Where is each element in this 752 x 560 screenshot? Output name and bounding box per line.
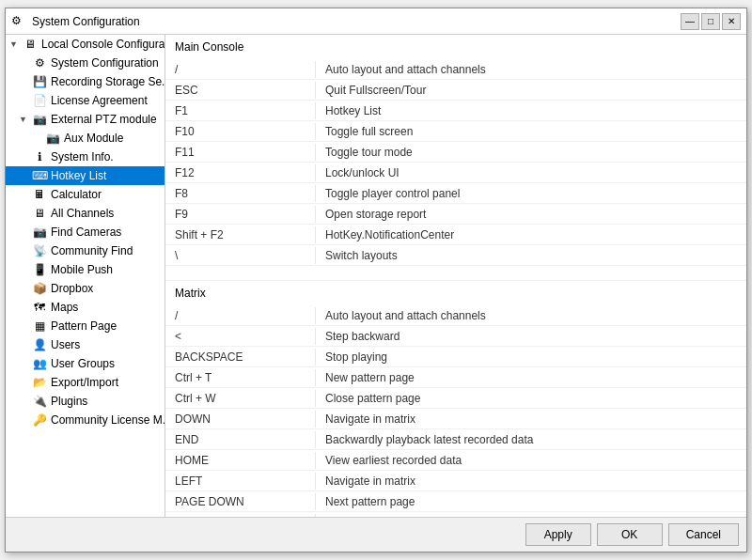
tree-item-label: Export/Import xyxy=(51,376,118,389)
hotkey-key: Ctrl + W xyxy=(165,390,316,407)
title-bar-left: ⚙ System Configuration xyxy=(11,14,140,29)
hotkey-row: ENDBackwardly playback latest recorded d… xyxy=(165,429,746,450)
sidebar-item-aux-module[interactable]: 📷Aux Module xyxy=(6,129,164,148)
hotkey-key: \ xyxy=(165,247,316,264)
tree-item-label: Maps xyxy=(51,301,78,314)
tree-item-label: Calculator xyxy=(51,188,102,201)
sidebar-item-all-channels[interactable]: 🖥All Channels xyxy=(6,204,164,223)
hotkey-key: DOWN xyxy=(165,411,316,428)
tree-item-label: Find Cameras xyxy=(51,226,121,239)
sidebar-item-export-import[interactable]: 📂Export/Import xyxy=(6,373,164,392)
tree-item-icon: 📷 xyxy=(45,131,60,146)
hotkey-row: BACKSPACEStop playing xyxy=(165,347,746,367)
sidebar-item-calculator[interactable]: 🖩Calculator xyxy=(6,185,164,204)
hotkey-description: Stop playing xyxy=(316,349,746,366)
hotkey-row: Ctrl + WClose pattern page xyxy=(165,388,746,409)
hotkey-row: <Step backward xyxy=(165,326,746,347)
sidebar-item-find-cameras[interactable]: 📷Find Cameras xyxy=(6,223,164,241)
sidebar-item-external-ptz[interactable]: ▼📷External PTZ module xyxy=(6,110,164,129)
hotkey-key: F12 xyxy=(165,164,316,181)
hotkey-row: ESCQuit Fullscreen/Tour xyxy=(165,80,746,101)
hotkey-description: Auto layout and attach channels xyxy=(316,307,746,324)
tree-item-label: External PTZ module xyxy=(51,113,157,126)
hotkey-key: F11 xyxy=(165,144,316,161)
tree-item-label: Users xyxy=(51,338,80,351)
hotkey-description: Switch layouts xyxy=(316,247,746,264)
sidebar-item-system-info[interactable]: ℹSystem Info. xyxy=(6,148,164,166)
sidebar-item-license-agreement[interactable]: 📄License Agreement xyxy=(6,91,164,110)
ok-button[interactable]: OK xyxy=(597,523,663,546)
sidebar-item-system-config[interactable]: ⚙System Configuration xyxy=(6,54,164,72)
tree-item-icon: 💾 xyxy=(32,74,47,89)
window-title: System Configuration xyxy=(32,15,140,28)
hotkey-table-container[interactable]: Main Console/Auto layout and attach chan… xyxy=(165,35,746,517)
close-button[interactable]: ✕ xyxy=(722,13,741,30)
hotkey-description: Next pattern page xyxy=(316,493,746,510)
main-window: ⚙ System Configuration — □ ✕ ▼🖥Local Con… xyxy=(5,8,747,552)
sidebar-item-mobile-push[interactable]: 📱Mobile Push xyxy=(6,260,164,279)
sidebar-item-dropbox[interactable]: 📦Dropbox xyxy=(6,279,164,298)
tree-item-label: License Agreement xyxy=(51,94,148,107)
hotkey-key: ESC xyxy=(165,82,316,99)
hotkey-key: F10 xyxy=(165,123,316,140)
expand-icon: ▼ xyxy=(9,39,21,49)
hotkey-key: LEFT xyxy=(165,473,316,490)
main-panel: Main Console/Auto layout and attach chan… xyxy=(165,35,746,517)
cancel-button[interactable]: Cancel xyxy=(668,523,739,546)
expand-icon: ▼ xyxy=(19,115,30,124)
maximize-button[interactable]: □ xyxy=(701,13,720,30)
tree-item-icon: ⚙ xyxy=(32,55,47,70)
hotkey-row: F12Lock/unlock UI xyxy=(165,163,746,183)
tree-item-label: Community Find xyxy=(51,244,133,257)
tree-item-label: Dropbox xyxy=(51,282,93,295)
hotkey-key: END xyxy=(165,431,316,448)
tree-item-icon: ⌨ xyxy=(32,168,47,183)
tree-item-icon: 🖥 xyxy=(32,206,47,221)
content-area: ▼🖥Local Console Configurati...⚙System Co… xyxy=(6,35,746,517)
hotkey-row: /Auto layout and attach channels xyxy=(165,305,746,326)
hotkey-description: Lock/unlock UI xyxy=(316,164,746,181)
sidebar-item-hotkey-list[interactable]: ⌨Hotkey List xyxy=(6,166,164,185)
tree-item-icon: 👤 xyxy=(32,337,47,352)
tree-item-label: All Channels xyxy=(51,207,114,220)
sidebar-item-local-console[interactable]: ▼🖥Local Console Configurati... xyxy=(6,35,164,54)
hotkey-row: F1Hotkey List xyxy=(165,101,746,121)
hotkey-row: \Switch layouts xyxy=(165,245,746,266)
apply-button[interactable]: Apply xyxy=(525,523,591,546)
sidebar-item-community-license[interactable]: 🔑Community License M... xyxy=(6,411,164,429)
window-icon: ⚙ xyxy=(11,14,26,29)
sidebar-item-user-groups[interactable]: 👥User Groups xyxy=(6,354,164,373)
sidebar-item-maps[interactable]: 🗺Maps xyxy=(6,298,164,317)
hotkey-description: Toggle full screen xyxy=(316,123,746,140)
sidebar-item-users[interactable]: 👤Users xyxy=(6,335,164,354)
hotkey-description: Close pattern page xyxy=(316,390,746,407)
hotkey-key: HOME xyxy=(165,452,316,469)
hotkey-key: / xyxy=(165,307,316,324)
tree-item-icon: 🔑 xyxy=(32,412,47,428)
hotkey-row: Shift + F2HotKey.NotificationCenter xyxy=(165,225,746,245)
tree-item-icon: 📷 xyxy=(32,112,47,127)
hotkey-key: BACKSPACE xyxy=(165,349,316,366)
hotkey-description: Backwardly playback latest recorded data xyxy=(316,431,746,448)
tree-item-label: User Groups xyxy=(51,357,115,370)
hotkey-row: DOWNNavigate in matrix xyxy=(165,409,746,429)
tree-item-icon: 🔌 xyxy=(32,394,47,409)
hotkey-key: Shift + F2 xyxy=(165,226,316,243)
sidebar-item-plugins[interactable]: 🔌Plugins xyxy=(6,392,164,411)
sidebar-item-pattern-page[interactable]: ▦Pattern Page xyxy=(6,317,164,335)
title-bar-controls: — □ ✕ xyxy=(681,13,741,30)
hotkey-row: /Auto layout and attach channels xyxy=(165,59,746,80)
sidebar-item-community-find[interactable]: 📡Community Find xyxy=(6,241,164,260)
minimize-button[interactable]: — xyxy=(681,13,699,30)
tree-item-icon: 🖥 xyxy=(23,37,38,52)
sidebar-item-recording-storage[interactable]: 💾Recording Storage Se... xyxy=(6,72,164,91)
hotkey-key: / xyxy=(165,61,316,78)
hotkey-row: F10Toggle full screen xyxy=(165,121,746,142)
sidebar: ▼🖥Local Console Configurati...⚙System Co… xyxy=(6,35,165,517)
hotkey-key: < xyxy=(165,328,316,345)
tree-item-icon: 🗺 xyxy=(32,300,47,315)
hotkey-row: PAGE DOWNNext pattern page xyxy=(165,491,746,512)
hotkey-row: LEFTNavigate in matrix xyxy=(165,471,746,491)
tree-item-label: Aux Module xyxy=(64,132,123,145)
tree-item-label: System Info. xyxy=(51,150,114,163)
